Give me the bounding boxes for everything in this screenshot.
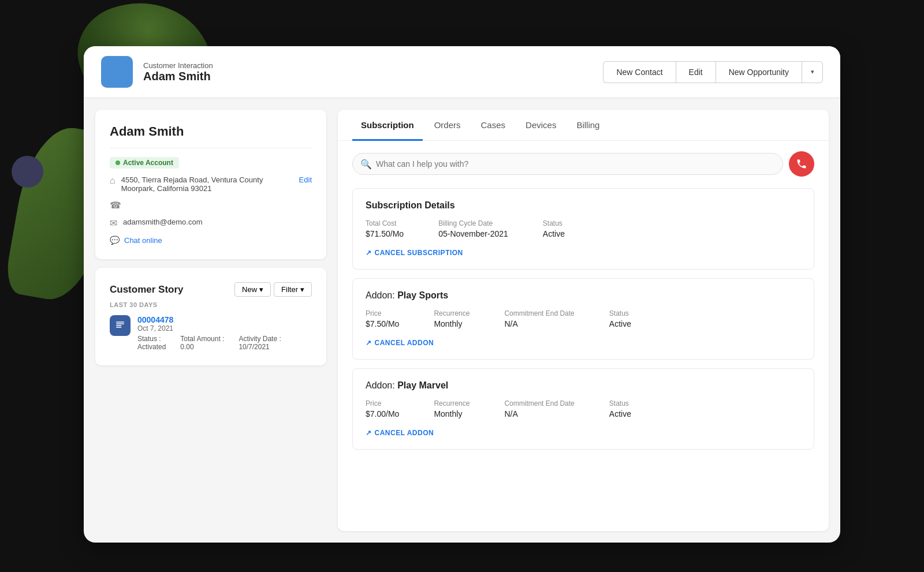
total-cost-value: $71.50/Mo <box>366 229 404 238</box>
last-days-label: LAST 30 DAYS <box>110 301 312 308</box>
header-icon <box>101 56 133 88</box>
new-dropdown-icon: ▾ <box>259 285 263 294</box>
sports-status-label: Status <box>609 309 631 317</box>
status-field: Status Active <box>543 219 565 238</box>
chat-icon: 💬 <box>110 235 120 245</box>
addon-marvel-prefix: Addon: <box>366 380 395 390</box>
story-details-row: Status : Activated Total Amount : 0.00 A… <box>137 335 281 351</box>
marvel-status-field: Status Active <box>609 399 631 418</box>
active-badge-text: Active Account <box>123 159 173 167</box>
marvel-recurrence-value: Monthly <box>434 409 470 418</box>
tabs-bar: Subscription Orders Cases Devices Billin… <box>338 110 829 141</box>
total-amount-label: Total Amount : <box>180 335 224 343</box>
filter-button[interactable]: Filter ▾ <box>274 282 312 297</box>
home-icon: ⌂ <box>110 175 116 186</box>
tab-devices[interactable]: Devices <box>517 110 565 141</box>
story-header: Customer Story New ▾ Filter ▾ <box>110 282 312 297</box>
sports-commitment-value: N/A <box>504 319 574 328</box>
customer-story-card: Customer Story New ▾ Filter ▾ <box>95 268 326 365</box>
order-icon <box>115 320 125 331</box>
story-item-icon <box>110 315 131 336</box>
activity-date-label: Activity Date : <box>239 335 281 343</box>
edit-address-link[interactable]: Edit <box>299 175 312 184</box>
addon-sports-prefix: Addon: <box>366 290 395 300</box>
story-item-details: 00004478 Oct 7, 2021 Status : Activated … <box>137 315 281 351</box>
marvel-price-value: $7.00/Mo <box>366 409 399 418</box>
order-date: Oct 7, 2021 <box>137 324 281 332</box>
call-button[interactable] <box>789 151 814 177</box>
right-panel: Subscription Orders Cases Devices Billin… <box>338 110 829 531</box>
address-text: 4550, Tierra Rejada Road, Ventura County… <box>121 175 293 193</box>
status-label: Status <box>543 219 565 227</box>
sports-price-label: Price <box>366 309 399 317</box>
marvel-commitment-label: Commitment End Date <box>504 399 574 407</box>
status-label: Status : <box>137 335 166 343</box>
email-row: ✉ adamsmith@demo.com <box>110 218 312 229</box>
addon-sports-title: Addon: Play Sports <box>366 290 801 301</box>
marvel-commitment-field: Commitment End Date N/A <box>504 399 574 418</box>
addon-marvel-grid: Price $7.00/Mo Recurrence Monthly Commit… <box>366 399 801 418</box>
order-number[interactable]: 00004478 <box>137 315 281 324</box>
email-text: adamsmith@demo.com <box>123 218 202 226</box>
address-row: ⌂ 4550, Tierra Rejada Road, Ventura Coun… <box>110 175 312 193</box>
tab-cases[interactable]: Cases <box>472 110 515 141</box>
status-value: Active <box>543 229 565 238</box>
sports-recurrence-label: Recurrence <box>434 309 470 317</box>
left-panel: Adam Smith Active Account ⌂ 4550, Tierra… <box>95 110 326 531</box>
marvel-recurrence-field: Recurrence Monthly <box>434 399 470 418</box>
email-icon: ✉ <box>110 218 117 229</box>
chat-online-link[interactable]: Chat online <box>124 236 162 245</box>
new-contact-button[interactable]: New Contact <box>603 61 675 83</box>
edit-button[interactable]: Edit <box>676 61 716 83</box>
marvel-status-value: Active <box>609 409 631 418</box>
billing-cycle-field: Billing Cycle Date 05-November-2021 <box>438 219 508 238</box>
tab-orders[interactable]: Orders <box>426 110 470 141</box>
addon-sports-section: Addon: Play Sports Price $7.50/Mo Recurr… <box>352 278 814 360</box>
activity-date-detail: Activity Date : 10/7/2021 <box>239 335 281 351</box>
sports-commitment-field: Commitment End Date N/A <box>504 309 574 328</box>
sports-status-field: Status Active <box>609 309 631 328</box>
header-actions: New Contact Edit New Opportunity ▾ <box>603 61 823 83</box>
addon-marvel-title: Addon: Play Marvel <box>366 380 801 391</box>
story-actions: New ▾ Filter ▾ <box>234 282 312 297</box>
sports-status-value: Active <box>609 319 631 328</box>
chat-row: 💬 Chat online <box>110 235 312 245</box>
cancel-subscription-link[interactable]: ↗ CANCEL SUBSCRIPTION <box>366 249 463 257</box>
tab-subscription[interactable]: Subscription <box>352 110 423 141</box>
search-input[interactable] <box>352 153 783 175</box>
cancel-marvel-arrow: ↗ <box>366 429 372 437</box>
status-detail: Status : Activated <box>137 335 166 351</box>
story-title: Customer Story <box>110 284 184 296</box>
content-area: Adam Smith Active Account ⌂ 4550, Tierra… <box>84 98 840 543</box>
marvel-price-field: Price $7.00/Mo <box>366 399 399 418</box>
addon-marvel-name: Play Marvel <box>397 380 448 390</box>
total-amount-detail: Total Amount : 0.00 <box>180 335 224 351</box>
phone-icon: ☎ <box>110 200 121 211</box>
filter-dropdown-icon: ▾ <box>300 285 304 294</box>
cancel-sub-text: CANCEL SUBSCRIPTION <box>375 249 463 257</box>
sports-price-value: $7.50/Mo <box>366 319 399 328</box>
search-icon: 🔍 <box>360 159 372 170</box>
cancel-marvel-link[interactable]: ↗ CANCEL ADDON <box>366 429 434 437</box>
cancel-sports-arrow: ↗ <box>366 339 372 347</box>
dropdown-button[interactable]: ▾ <box>802 61 823 83</box>
cancel-marvel-text: CANCEL ADDON <box>375 429 434 437</box>
customer-name: Adam Smith <box>110 124 312 148</box>
header-subtitle: Customer Interaction <box>143 61 603 70</box>
addon-sports-name: Play Sports <box>397 290 448 300</box>
new-story-button[interactable]: New ▾ <box>234 282 271 297</box>
main-card: Customer Interaction Adam Smith New Cont… <box>84 46 840 543</box>
header: Customer Interaction Adam Smith New Cont… <box>84 46 840 98</box>
sports-recurrence-value: Monthly <box>434 319 470 328</box>
subscription-details-section: Subscription Details Total Cost $71.50/M… <box>352 188 814 270</box>
marvel-status-label: Status <box>609 399 631 407</box>
subscription-details-title: Subscription Details <box>366 200 801 211</box>
subscription-content: Subscription Details Total Cost $71.50/M… <box>338 185 829 531</box>
circle-decoration <box>12 156 43 188</box>
cancel-sports-link[interactable]: ↗ CANCEL ADDON <box>366 339 434 347</box>
total-cost-field: Total Cost $71.50/Mo <box>366 219 404 238</box>
active-badge-row: Active Account <box>110 157 312 169</box>
subscription-grid: Total Cost $71.50/Mo Billing Cycle Date … <box>366 219 801 238</box>
tab-billing[interactable]: Billing <box>568 110 608 141</box>
new-opportunity-button[interactable]: New Opportunity <box>716 61 802 83</box>
